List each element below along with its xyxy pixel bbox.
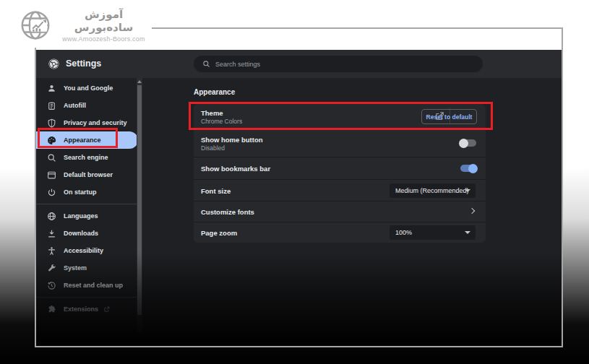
show-home-button-row: Show home button Disabled xyxy=(194,129,486,157)
power-icon xyxy=(47,188,56,197)
sidebar-item-accessibility[interactable]: Accessibility xyxy=(36,242,137,259)
sidebar-label: Autofill xyxy=(64,102,86,109)
sidebar-item-privacy-and-security[interactable]: Privacy and security xyxy=(36,114,137,131)
site-logo: آموزش ساده‌بورس www.Amoozesh-Boors.com xyxy=(14,3,152,48)
show-bookmarks-bar-toggle[interactable] xyxy=(460,165,476,172)
sidebar-item-appearance[interactable]: Appearance xyxy=(36,131,138,149)
sidebar-label: On startup xyxy=(64,188,97,196)
settings-sidebar: You and Google Autofill Privacy and secu… xyxy=(36,78,137,346)
search-icon xyxy=(47,153,56,162)
scroll-up-arrow-icon[interactable] xyxy=(137,80,142,83)
globe-chart-logo-icon xyxy=(19,9,52,42)
sidebar-item-reset-and-clean-up[interactable]: Reset and clean up xyxy=(36,277,137,294)
scrollbar-thumb[interactable] xyxy=(137,85,142,315)
sidebar-label: You and Google xyxy=(64,84,113,92)
sidebar-divider xyxy=(36,297,137,298)
sidebar-item-languages[interactable]: Languages xyxy=(36,207,137,225)
sidebar-label: Default browser xyxy=(64,171,113,178)
sidebar-divider xyxy=(36,204,137,204)
font-size-label: Font size xyxy=(201,187,231,195)
wrench-icon xyxy=(47,264,56,273)
theme-label: Theme xyxy=(201,109,223,117)
sidebar-item-system[interactable]: System xyxy=(36,259,137,277)
show-home-button-status: Disabled xyxy=(201,144,225,152)
toggle-knob xyxy=(468,164,478,173)
sidebar-label: Reset and clean up xyxy=(64,282,123,289)
customize-fonts-row[interactable]: Customize fonts xyxy=(194,201,486,222)
brand-website: www.Amoozesh-Boors.com xyxy=(56,35,152,43)
autofill-icon xyxy=(47,101,56,110)
sidebar-item-default-browser[interactable]: Default browser xyxy=(36,166,137,183)
page-zoom-dropdown[interactable]: 100% xyxy=(390,225,476,240)
person-icon xyxy=(47,84,56,93)
customize-fonts-label: Customize fonts xyxy=(201,208,254,216)
screenshot-frame: Settings You and Google Autofill xyxy=(35,27,563,347)
sidebar-label: Downloads xyxy=(64,230,98,237)
sidebar-label: System xyxy=(64,264,87,272)
reset-to-default-button[interactable]: Reset to default xyxy=(421,109,477,124)
appearance-settings-card: Theme Chrome Colors Reset to default Sho… xyxy=(194,104,486,243)
sidebar-scrollbar[interactable] xyxy=(137,78,142,332)
show-home-button-toggle[interactable] xyxy=(460,139,476,147)
page-zoom-value: 100% xyxy=(395,229,412,236)
external-link-icon xyxy=(103,306,110,313)
chevron-right-icon xyxy=(469,208,475,214)
download-icon xyxy=(47,229,56,238)
show-bookmarks-bar-row: Show bookmarks bar xyxy=(194,157,486,179)
section-title: Appearance xyxy=(194,88,235,96)
accessibility-icon xyxy=(47,246,56,256)
sidebar-item-on-startup[interactable]: On startup xyxy=(36,183,137,201)
sidebar-label: Search engine xyxy=(64,154,108,161)
caret-down-icon xyxy=(465,189,470,192)
palette-icon xyxy=(47,136,56,145)
font-size-row: Font size Medium (Recommended) xyxy=(194,179,486,201)
show-bookmarks-bar-label: Show bookmarks bar xyxy=(201,165,270,173)
globe-icon xyxy=(47,212,56,221)
search-icon xyxy=(202,60,210,68)
browser-window-icon xyxy=(47,170,56,180)
sidebar-label: Appearance xyxy=(64,136,101,144)
page: { "site_logo": { "brand_fa": "آموزش ساده… xyxy=(0,0,589,364)
sidebar-item-you-and-google[interactable]: You and Google xyxy=(36,79,137,97)
sidebar-label: Accessibility xyxy=(64,247,103,254)
settings-toolbar: Settings xyxy=(36,50,562,78)
page-zoom-label: Page zoom xyxy=(201,229,237,237)
sidebar-label: Languages xyxy=(64,212,98,220)
font-size-value: Medium (Recommended) xyxy=(395,187,469,194)
puzzle-icon xyxy=(47,305,56,314)
page-zoom-row: Page zoom 100% xyxy=(194,222,486,243)
show-home-button-label: Show home button xyxy=(201,136,263,144)
sidebar-label: Extensions xyxy=(64,306,98,313)
page-title: Settings xyxy=(66,58,101,69)
chrome-settings-window: Settings You and Google Autofill xyxy=(36,50,562,346)
theme-row[interactable]: Theme Chrome Colors Reset to default xyxy=(194,104,486,129)
search-settings-box[interactable] xyxy=(194,56,483,72)
chrome-logo-icon xyxy=(48,58,60,70)
caret-down-icon xyxy=(465,231,470,234)
sidebar-item-autofill[interactable]: Autofill xyxy=(36,97,137,114)
restore-icon xyxy=(47,281,56,290)
search-settings-input[interactable] xyxy=(215,56,476,72)
sidebar-item-downloads[interactable]: Downloads xyxy=(36,225,137,242)
brand-name: آموزش ساده‌بورس xyxy=(56,8,152,34)
sidebar-item-search-engine[interactable]: Search engine xyxy=(36,149,137,166)
shield-icon xyxy=(47,118,56,128)
sidebar-label: Privacy and security xyxy=(64,119,127,126)
font-size-dropdown[interactable]: Medium (Recommended) xyxy=(390,183,476,198)
sidebar-item-extensions[interactable]: Extensions xyxy=(36,300,137,318)
theme-value: Chrome Colors xyxy=(201,118,242,125)
toggle-knob xyxy=(459,139,468,148)
